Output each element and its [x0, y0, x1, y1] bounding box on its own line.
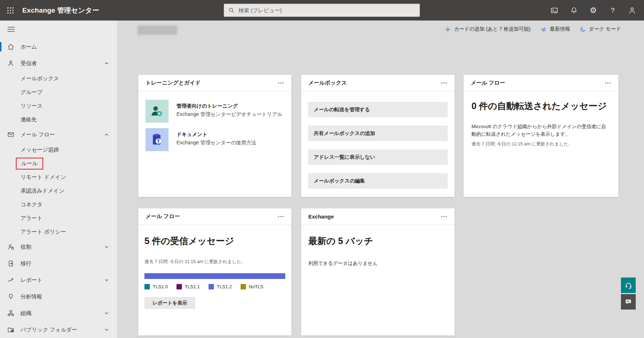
chevron-up-icon [104, 61, 109, 66]
sidebar-item-contacts[interactable]: 連絡先 [0, 113, 117, 126]
chevron-down-icon [104, 311, 109, 316]
moon-icon [580, 26, 586, 32]
card-title: Exchange [308, 213, 334, 220]
sidebar-item-rules[interactable]: ルール [0, 157, 117, 170]
training-link-admin[interactable]: 管理者向けのトレーニング Exchange 管理センタービデオチュートリアル [138, 100, 291, 123]
sidebar-item-home[interactable]: ホーム [0, 39, 117, 55]
no-data-text: 利用できるデータはありません [308, 260, 447, 267]
more-options-button[interactable] [277, 80, 284, 86]
sidebar-item-mailboxes[interactable]: メールボックス [0, 72, 117, 85]
lightbulb-icon [7, 293, 14, 300]
more-options-button[interactable] [277, 214, 284, 219]
card-title: メール フロー [146, 213, 180, 220]
search-icon [228, 7, 234, 13]
card-description: Microsoft のクラウド組織からから外部ドメインの受信者に自動的に転送され… [471, 123, 611, 138]
card-headline: 最新の 5 バッチ [308, 234, 447, 248]
selected-indicator [0, 42, 1, 51]
nav-list: ホーム 受信者 メールボックス グループ リソース 連絡先 メール フロー メッ… [0, 39, 117, 338]
more-options-button[interactable] [440, 214, 447, 219]
top-app-bar: Exchange 管理センター ⚙ ? [0, 0, 644, 21]
training-item-title: 管理者向けのトレーニング [176, 103, 282, 109]
feedback-button[interactable] [621, 294, 636, 310]
waffle-icon [6, 6, 14, 14]
account-button[interactable] [622, 0, 642, 21]
hide-from-address-list-button[interactable]: アドレス一覧に表示しない [308, 149, 448, 165]
edit-mailbox-button[interactable]: メールボックスの編集 [308, 173, 448, 189]
legend-swatch [241, 284, 246, 289]
sidebar-item-alerts[interactable]: アラート [0, 211, 117, 225]
migration-icon [7, 260, 14, 267]
app-launcher-button[interactable] [0, 0, 21, 21]
main-content: カードの追加 (あと 7 枚追加可能) 最新情報 ダーク モード トレーニングと… [117, 21, 644, 338]
sidebar-item-migration[interactable]: 移行 [0, 255, 117, 272]
whats-new-button[interactable]: 最新情報 [540, 26, 570, 32]
person-icon [628, 6, 636, 14]
floating-buttons [621, 278, 636, 310]
hamburger-icon [7, 27, 15, 32]
support-button[interactable] [621, 278, 636, 293]
help-icon: ? [611, 7, 615, 14]
bell-icon [570, 6, 578, 14]
headset-icon [625, 281, 632, 289]
gear-icon: ⚙ [590, 6, 597, 14]
sidebar-item-accepted-domains[interactable]: 承認済みドメイン [0, 184, 117, 198]
training-item-title: ドキュメント [176, 131, 256, 138]
person-lock-icon [7, 243, 14, 251]
sidebar-item-roles[interactable]: 役割 [0, 239, 117, 255]
chevron-up-icon [104, 132, 109, 137]
org-chart-icon [7, 310, 14, 317]
admin-training-icon [146, 100, 169, 123]
chevron-down-icon [104, 244, 109, 249]
search-box[interactable] [224, 4, 420, 17]
training-link-docs[interactable]: ドキュメント Exchange 管理センターの使用方法 [138, 128, 291, 151]
card-mailboxes: メールボックス メールの転送を管理する 共有メールボックスの追加 アドレス一覧に… [301, 75, 455, 197]
training-item-subtitle: Exchange 管理センタービデオチュートリアル [176, 111, 282, 118]
legend-swatch [176, 284, 182, 289]
dashboard-actions: カードの追加 (あと 7 枚追加可能) 最新情報 ダーク モード [445, 26, 621, 32]
card-title: メールボックス [308, 80, 347, 86]
megaphone-icon [540, 26, 547, 32]
card-title: メール フロー [471, 80, 505, 86]
settings-button[interactable]: ⚙ [583, 0, 603, 21]
sidebar-item-remote-domains[interactable]: リモート ドメイン [0, 170, 117, 184]
add-card-button[interactable]: カードの追加 (あと 7 枚追加可能) [445, 26, 530, 32]
legend-item: NoTLS [241, 284, 263, 289]
manage-mail-forwarding-button[interactable]: メールの転送を管理する [308, 102, 448, 117]
sidebar-item-mail-flow[interactable]: メール フロー [0, 126, 117, 143]
sidebar-item-alert-policies[interactable]: アラート ポリシー [0, 225, 117, 239]
view-report-button[interactable]: レポートを表示 [144, 297, 195, 309]
sidebar-item-message-trace[interactable]: メッセージ追跡 [0, 143, 117, 157]
sidebar-item-connectors[interactable]: コネクタ [0, 198, 117, 211]
folder-globe-icon [7, 326, 14, 333]
more-options-button[interactable] [440, 80, 447, 86]
dark-mode-toggle[interactable]: ダーク モード [580, 26, 621, 32]
training-item-subtitle: Exchange 管理センターの使用方法 [176, 140, 256, 146]
person-icon [7, 60, 14, 67]
powershell-button[interactable] [545, 0, 564, 21]
sidebar-item-insights[interactable]: 分析情報 [0, 288, 117, 305]
more-options-button[interactable] [604, 80, 611, 86]
legend-swatch [209, 284, 214, 289]
sidebar-item-recipients[interactable]: 受信者 [0, 55, 117, 72]
sidebar-item-organization[interactable]: 組織 [0, 305, 117, 321]
card-mailflow-forwarded: メール フロー 0 件の自動転送されたメッセージ Microsoft のクラウド… [464, 75, 618, 197]
sidebar-item-resources[interactable]: リソース [0, 99, 117, 113]
help-button[interactable]: ? [603, 0, 622, 21]
notifications-button[interactable] [564, 0, 583, 21]
last-updated-text: 過去 7 日間: 今日の 11:15 am に更新されました。 [471, 141, 611, 147]
nav-collapse-button[interactable] [7, 27, 15, 33]
add-shared-mailbox-button[interactable]: 共有メールボックスの追加 [308, 126, 448, 141]
card-exchange-batches: Exchange 最新の 5 バッチ 利用できるデータはありません [301, 208, 455, 335]
search-input[interactable] [238, 7, 415, 14]
tls-legend: TLS1.0 TLS1.1 TLS1.2 NoTLS [144, 284, 285, 289]
sidebar-item-groups[interactable]: グループ [0, 85, 117, 99]
home-icon [7, 43, 14, 50]
documentation-icon [146, 128, 169, 151]
chevron-down-icon [104, 327, 109, 332]
last-updated-text: 過去 7 日間: 今日の 11:15 am に更新されました。 [144, 259, 285, 265]
feedback-icon [625, 298, 632, 306]
terminal-icon [550, 6, 558, 14]
sidebar-item-public-folders[interactable]: パブリック フォルダー [0, 321, 117, 338]
card-mailflow-inbound: メール フロー 5 件の受信メッセージ 過去 7 日間: 今日の 11:15 a… [138, 208, 291, 335]
sidebar-item-reports[interactable]: レポート [0, 272, 117, 288]
